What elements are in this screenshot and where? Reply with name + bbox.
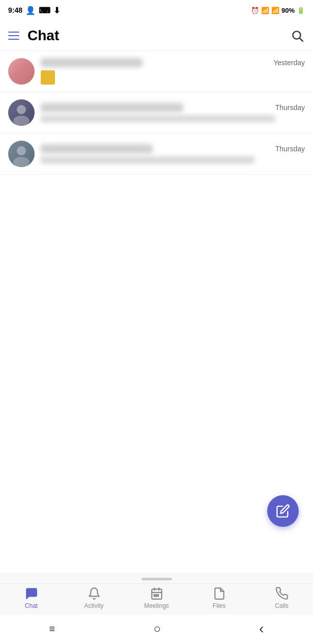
android-home-button[interactable]: ○ [153, 622, 161, 636]
signal-icon: 📶 [271, 7, 279, 14]
chat-content: Thursday [41, 103, 305, 122]
battery-percent: 90% [281, 7, 295, 14]
chat-item[interactable]: Thursday [0, 133, 313, 175]
chat-item[interactable]: Yesterday [0, 51, 313, 92]
avatar-person-icon [8, 141, 35, 167]
message-preview-blurred [41, 115, 275, 122]
wifi-icon: 📶 [261, 7, 269, 14]
page-title: Chat [27, 28, 59, 44]
status-icon-3: ⬇ [53, 6, 60, 15]
new-chat-fab-button[interactable] [267, 495, 299, 527]
nav-item-meetings[interactable]: Meetings [139, 587, 175, 609]
svg-line-1 [300, 38, 303, 41]
search-icon [291, 29, 304, 42]
svg-point-2 [17, 105, 26, 114]
chat-content: Thursday [41, 144, 305, 164]
contact-name-blurred [41, 103, 183, 112]
hamburger-line-2 [8, 35, 19, 36]
image-thumbnail [41, 70, 55, 85]
header: Chat [0, 20, 313, 51]
status-profile-icon: 👤 [25, 6, 36, 15]
chat-timestamp: Yesterday [273, 59, 305, 67]
nav-item-chat[interactable]: Chat [14, 587, 49, 609]
svg-point-3 [13, 116, 30, 126]
android-back-button[interactable]: ‹ [259, 621, 264, 637]
chat-content: Yesterday [41, 58, 305, 85]
meetings-nav-label: Meetings [144, 602, 169, 609]
battery-icon: 🔋 [297, 7, 305, 14]
svg-rect-11 [157, 595, 158, 596]
svg-point-4 [17, 146, 26, 155]
handle-bar [141, 578, 172, 580]
alarm-icon: ⏰ [251, 7, 259, 14]
nav-item-activity[interactable]: Activity [76, 587, 112, 609]
status-icon-2: ⌨ [39, 6, 50, 15]
files-nav-label: Files [213, 602, 225, 609]
nav-item-calls[interactable]: Calls [264, 587, 300, 609]
chat-preview [41, 115, 305, 122]
status-bar-right: ⏰ 📶 📶 90% 🔋 [251, 7, 305, 14]
chat-preview [41, 156, 305, 164]
svg-point-5 [13, 157, 30, 167]
bottom-navigation: Chat Activity Meetings [0, 583, 313, 614]
hamburger-menu-button[interactable] [8, 32, 19, 40]
avatar [8, 99, 35, 126]
chat-preview [41, 70, 305, 85]
chat-item[interactable]: Thursday [0, 92, 313, 133]
search-button[interactable] [290, 28, 305, 43]
activity-nav-label: Activity [84, 602, 103, 609]
hamburger-line-3 [8, 39, 19, 40]
chat-timestamp: Thursday [275, 103, 305, 112]
calls-nav-label: Calls [275, 602, 289, 609]
avatar [8, 58, 35, 85]
activity-nav-icon [88, 587, 101, 600]
chat-nav-label: Chat [25, 602, 38, 609]
calls-nav-icon [275, 587, 289, 600]
nav-item-files[interactable]: Files [202, 587, 237, 609]
android-nav-bar: ≡ ○ ‹ [0, 614, 313, 644]
contact-name-blurred [41, 58, 143, 67]
bottom-nav-wrapper: Chat Activity Meetings [0, 573, 313, 644]
avatar-person-icon [8, 99, 35, 126]
avatar [8, 141, 35, 167]
hamburger-line-1 [8, 32, 19, 33]
status-time: 9:48 [8, 6, 22, 14]
chat-nav-icon [25, 587, 38, 600]
android-menu-button[interactable]: ≡ [49, 623, 55, 635]
status-bar-left: 9:48 👤 ⌨ ⬇ [8, 6, 60, 15]
svg-rect-10 [154, 595, 155, 596]
chat-top-row: Thursday [41, 144, 305, 153]
files-nav-icon [213, 587, 226, 600]
chat-top-row: Yesterday [41, 58, 305, 67]
status-bar: 9:48 👤 ⌨ ⬇ ⏰ 📶 📶 90% 🔋 [0, 0, 313, 20]
meetings-nav-icon [150, 587, 163, 600]
bottom-sheet-handle [0, 573, 313, 583]
chat-timestamp: Thursday [275, 145, 305, 153]
chat-top-row: Thursday [41, 103, 305, 112]
compose-icon [276, 504, 290, 518]
contact-name-blurred [41, 144, 153, 153]
message-preview-blurred [41, 156, 254, 164]
chat-list: Yesterday Thursday [0, 51, 313, 175]
header-left: Chat [8, 28, 59, 44]
